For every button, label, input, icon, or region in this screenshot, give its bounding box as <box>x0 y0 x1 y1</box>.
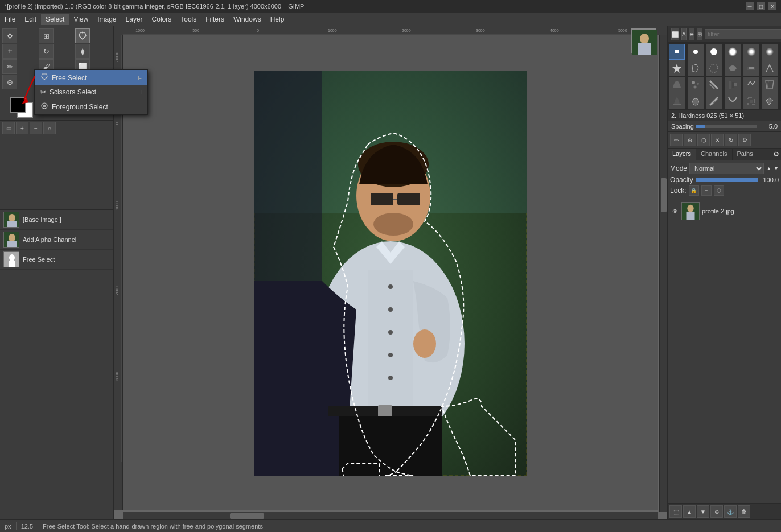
brush-cell-6[interactable] <box>669 60 685 76</box>
layer-visibility-0[interactable]: 👁 <box>671 207 679 215</box>
svg-point-48 <box>388 330 393 335</box>
canvas-content[interactable] <box>123 35 658 510</box>
menu-file[interactable]: File <box>0 14 20 25</box>
brush-cell-13[interactable] <box>688 77 704 93</box>
foreground-color-swatch[interactable] <box>10 97 26 113</box>
layer-new-btn[interactable]: ⬚ <box>669 505 682 518</box>
tab-channels[interactable]: Channels <box>696 149 732 160</box>
shear-tool[interactable]: ⧫ <box>75 44 90 59</box>
rotate-tool[interactable]: ↻ <box>39 44 54 59</box>
brush-filter-input[interactable] <box>705 29 781 39</box>
brush-cell-18[interactable] <box>669 93 685 109</box>
brush-cell-20[interactable] <box>706 93 722 109</box>
maximize-button[interactable]: □ <box>757 2 765 10</box>
layer-delete-btn[interactable]: 🗑 <box>738 505 750 518</box>
canvas-area[interactable]: -1000 -500 0 1000 2000 3000 4000 5000 -1… <box>114 26 667 519</box>
brush-cell-3[interactable] <box>725 44 741 60</box>
menu-image[interactable]: Image <box>93 14 121 25</box>
brush-cell-8[interactable] <box>706 60 722 76</box>
brush-cell-2[interactable] <box>706 44 722 60</box>
svg-rect-15 <box>9 261 15 267</box>
free-select-tool[interactable] <box>75 28 90 43</box>
clone-tool[interactable]: ⊕ <box>2 75 17 89</box>
history-item-1[interactable]: Add Alpha Channel <box>0 230 113 250</box>
menu-select[interactable]: Select <box>41 14 69 25</box>
scissors-select-menuitem[interactable]: ✂ Scissors Select I <box>35 85 147 99</box>
brush-icon-1[interactable]: ⬜ <box>671 28 679 40</box>
minimize-button[interactable]: ─ <box>746 2 754 10</box>
brush-cell-11[interactable] <box>762 60 778 76</box>
brush-cell-9[interactable] <box>725 60 741 76</box>
menu-tools[interactable]: Tools <box>176 14 201 25</box>
brush-icon-3[interactable]: ✷ <box>689 28 694 40</box>
vertical-scroll-thumb[interactable] <box>661 178 667 212</box>
align-tool[interactable]: ⊞ <box>39 28 54 43</box>
brush-duplicate-btn[interactable]: ⊕ <box>684 134 696 146</box>
svg-point-17 <box>640 34 649 44</box>
mode-select[interactable]: Normal <box>689 163 764 174</box>
lock-alpha-btn[interactable]: ⬡ <box>714 185 724 196</box>
add-selection-btn[interactable]: + <box>16 122 28 134</box>
mode-arrow-up[interactable]: ▲ <box>766 166 771 171</box>
foreground-select-menuitem[interactable]: Foreground Select <box>35 99 147 114</box>
menu-layer[interactable]: Layer <box>121 14 147 25</box>
layer-lower-btn[interactable]: ▼ <box>697 505 709 518</box>
brush-cell-21[interactable] <box>725 93 741 109</box>
mode-arrow-down[interactable]: ▼ <box>774 166 779 171</box>
brush-new-btn[interactable]: ⬡ <box>697 134 710 146</box>
horizontal-scroll-thumb[interactable] <box>230 513 264 519</box>
brush-cell-4[interactable] <box>743 44 759 60</box>
menu-edit[interactable]: Edit <box>20 14 41 25</box>
brush-cell-1[interactable] <box>688 44 704 60</box>
close-button[interactable]: ✕ <box>768 2 776 10</box>
lock-pixels-btn[interactable]: 🔒 <box>689 185 699 196</box>
menu-filters[interactable]: Filters <box>201 14 229 25</box>
menu-colors[interactable]: Colors <box>147 14 176 25</box>
menu-windows[interactable]: Windows <box>229 14 266 25</box>
brush-cell-23[interactable] <box>762 93 778 109</box>
brush-icon-4[interactable]: ⊞ <box>697 28 702 40</box>
brush-edit-btn[interactable]: ✏ <box>670 134 683 146</box>
svg-point-50 <box>388 376 393 380</box>
spacing-fill <box>696 125 705 128</box>
brush-config-btn[interactable]: ⚙ <box>738 134 751 146</box>
crop-tool[interactable]: ⌗ <box>2 44 17 59</box>
brush-delete-btn[interactable]: ✕ <box>711 134 724 146</box>
intersect-selection-btn[interactable]: ∩ <box>43 122 56 134</box>
brush-cell-14[interactable] <box>706 77 722 93</box>
brush-cell-5[interactable] <box>762 44 778 60</box>
subtract-selection-btn[interactable]: − <box>30 122 42 134</box>
spacing-bar[interactable] <box>696 125 757 128</box>
brush-cell-22[interactable] <box>743 93 759 109</box>
brush-icon-2[interactable]: A <box>681 28 687 40</box>
free-select-menuitem[interactable]: Free Select F <box>35 70 147 85</box>
menu-view[interactable]: View <box>69 14 93 25</box>
brush-cell-0[interactable] <box>669 44 685 60</box>
layer-raise-btn[interactable]: ▲ <box>683 505 696 518</box>
layer-item-0[interactable]: 👁 profile 2.jpg <box>668 200 781 222</box>
brush-cell-12[interactable] <box>669 77 685 93</box>
brush-cell-17[interactable] <box>762 77 778 93</box>
tab-paths[interactable]: Paths <box>733 149 758 160</box>
brush-cell-16[interactable] <box>743 77 759 93</box>
brush-refresh-btn[interactable]: ↻ <box>725 134 737 146</box>
history-item-0[interactable]: [Base Image ] <box>0 210 113 230</box>
brush-cell-7[interactable] <box>688 60 704 76</box>
tab-layers[interactable]: Layers <box>668 149 696 160</box>
history-item-2[interactable]: Free Select <box>0 250 113 270</box>
layers-config-btn[interactable]: ⚙ <box>771 149 781 160</box>
layer-duplicate-btn[interactable]: ⊕ <box>710 505 723 518</box>
lock-position-btn[interactable]: + <box>701 185 712 196</box>
layer-anchor-btn[interactable]: ⚓ <box>724 505 737 518</box>
brush-cell-15[interactable] <box>725 77 741 93</box>
menu-help[interactable]: Help <box>266 14 289 25</box>
pencil-tool[interactable]: ✏ <box>2 59 17 74</box>
vertical-scrollbar[interactable] <box>659 35 667 512</box>
opacity-bar[interactable] <box>696 178 758 182</box>
new-selection-btn[interactable]: ▭ <box>2 122 15 134</box>
move-tool[interactable]: ✥ <box>2 28 17 43</box>
brush-cell-19[interactable] <box>688 93 704 109</box>
horizontal-scrollbar[interactable] <box>123 512 658 519</box>
brush-cell-10[interactable] <box>743 60 759 76</box>
layer-props: Mode Normal ▲ ▼ Opacity 100.0 Lock: 🔒 + … <box>668 160 781 200</box>
